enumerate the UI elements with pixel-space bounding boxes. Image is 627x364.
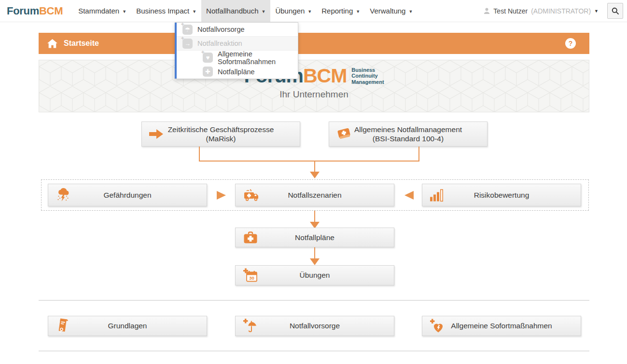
user-menu-button[interactable]: Test Nutzer (ADMINISTRATOR) ▼	[484, 7, 599, 15]
emergency-vehicle-icon	[243, 188, 260, 202]
page-title-bar: Startseite ?	[39, 33, 589, 54]
divider	[39, 300, 589, 301]
box-notfallszenarien[interactable]: Notfallszenarien	[235, 184, 394, 206]
chevron-down-icon: ▼	[408, 9, 413, 14]
box-uebungen[interactable]: 30 Übungen	[235, 265, 394, 285]
arrow-right-icon	[217, 191, 226, 200]
box-grundlagen[interactable]: Grundlagen	[48, 316, 207, 336]
chevron-down-icon: ▼	[122, 9, 126, 14]
hero-tagline: Business Continuity Management	[351, 67, 384, 85]
connector-line	[418, 147, 419, 162]
app-logo-part2: BCM	[39, 5, 63, 17]
menu-item-notfallplaene[interactable]: ✚ Notfallpläne	[175, 65, 298, 79]
main-nav: Stammdaten▼ Business Impact▼ Notfallhand…	[73, 0, 418, 22]
connector-line	[314, 211, 315, 223]
book-icon	[336, 127, 352, 141]
heart-icon: ♥	[203, 53, 213, 63]
nav-item-notfallhandbuch[interactable]: Notfallhandbuch▼	[201, 0, 270, 22]
first-aid-icon: ✚	[203, 67, 213, 77]
page-title: Startseite	[64, 39, 99, 48]
search-button[interactable]	[607, 3, 623, 19]
user-role: (ADMINISTRATOR)	[531, 7, 591, 15]
chevron-down-icon: ▼	[262, 9, 266, 14]
umbrella-plus-icon	[243, 318, 258, 334]
home-icon	[47, 39, 57, 48]
user-area: Test Nutzer (ADMINISTRATOR) ▼	[484, 0, 623, 22]
company-name: Ihr Unternehmen	[279, 89, 348, 100]
chevron-down-icon: ▼	[356, 9, 360, 14]
user-name: Test Nutzer	[493, 7, 528, 15]
search-icon	[612, 7, 619, 15]
connector-line	[199, 161, 419, 162]
menu-item-allgemeine-sofortmassnahmen[interactable]: ♥ Allgemeine Sofortmaßnahmen	[175, 51, 298, 65]
menu-item-notfallreaktion: → Notfallreaktion	[175, 37, 298, 51]
nav-item-uebungen[interactable]: Übungen▼	[270, 0, 317, 22]
heart-bolt-icon	[430, 319, 444, 334]
arrow-right-icon	[149, 128, 164, 140]
arrow-right-icon: →	[182, 39, 193, 49]
dropdown-accent-bar	[175, 23, 177, 79]
top-navigation-bar: ForumBCM Stammdaten▼ Business Impact▼ No…	[0, 0, 627, 22]
arrow-left-icon	[404, 191, 414, 200]
connector-line	[314, 247, 315, 259]
hero-logo-part2: BCM	[303, 65, 347, 87]
storm-icon	[56, 188, 71, 203]
connector-line	[314, 162, 315, 172]
menu-item-notfallvorsorge[interactable]: ☂ Notfallvorsorge	[175, 23, 298, 37]
hero-banner: ForumBCM Business Continuity Management …	[39, 60, 589, 112]
arrow-down-icon	[310, 258, 320, 265]
nav-item-reporting[interactable]: Reporting▼	[317, 0, 365, 22]
chevron-down-icon: ▼	[192, 9, 196, 14]
nav-item-stammdaten[interactable]: Stammdaten▼	[73, 0, 131, 22]
question-mark-icon: ?	[569, 40, 573, 47]
arrow-down-icon	[310, 172, 320, 178]
box-gefaehrdungen[interactable]: Gefährdungen	[48, 184, 207, 206]
calendar-icon: 30	[243, 268, 258, 283]
help-button[interactable]: ?	[565, 38, 576, 49]
svg-text:30: 30	[249, 275, 254, 281]
first-aid-icon	[243, 231, 258, 244]
box-allgemeines-notfallmanagement[interactable]: Allgemeines Notfallmanagement (BSI-Stand…	[329, 121, 488, 147]
chevron-down-icon: ▼	[307, 9, 312, 14]
umbrella-icon: ☂	[182, 25, 193, 35]
nav-item-verwaltung[interactable]: Verwaltung▼	[365, 0, 418, 22]
nav-item-business-impact[interactable]: Business Impact▼	[131, 0, 201, 22]
box-risikobewertung[interactable]: Risikobewertung	[422, 184, 581, 206]
connector-line	[199, 147, 200, 162]
app-logo-part1: Forum	[7, 5, 39, 17]
bar-chart-icon	[430, 189, 444, 202]
app-logo[interactable]: ForumBCM	[7, 0, 63, 22]
box-zeitkritische-geschaeftsprozesse[interactable]: Zeitkritische Geschäftsprozesse (MaRisk)	[141, 121, 300, 147]
box-notfallvorsorge[interactable]: Notfallvorsorge	[235, 316, 394, 336]
notfallhandbuch-dropdown-menu: ☂ Notfallvorsorge → Notfallreaktion ♥ Al…	[175, 22, 298, 79]
box-notfallplaene[interactable]: Notfallpläne	[235, 228, 394, 247]
page: ForumBCM Stammdaten▼ Business Impact▼ No…	[0, 0, 627, 364]
user-icon	[484, 8, 490, 14]
scroll-icon	[56, 318, 69, 334]
chevron-down-icon: ▼	[594, 9, 599, 13]
divider	[39, 351, 589, 351]
box-allgemeine-sofortmassnahmen[interactable]: Allgemeine Sofortmaßnahmen	[422, 316, 581, 336]
